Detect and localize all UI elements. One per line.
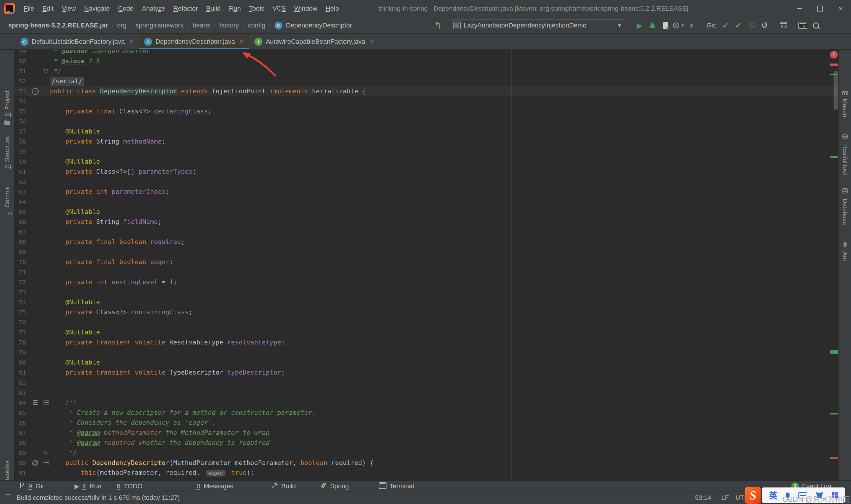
toolwindow-button-commit[interactable]: Commit (0, 186, 14, 210)
rollback-button[interactable]: ↺ (758, 19, 771, 32)
tab-DefaultListableBeanFactory.java[interactable]: CDefaultListableBeanFactory.java× (15, 34, 139, 49)
code-line-61[interactable]: 61 private Class<?>[] parameterTypes; (14, 167, 838, 177)
tab-close-icon[interactable]: × (239, 38, 243, 45)
stop-button[interactable]: ■ (685, 19, 698, 32)
code-line-53[interactable]: 53↓public class DependencyDescriptor ext… (14, 86, 838, 96)
code-line-84[interactable]: 84 /** (14, 398, 838, 408)
code-line-70[interactable]: 70 private final boolean eager; (14, 257, 838, 267)
toolwindow-button-restfultool[interactable]: RestfulTool (839, 133, 851, 175)
history-button[interactable] (745, 19, 758, 32)
toolwindow-button-maven[interactable]: mMaven (839, 88, 851, 117)
run-with-coverage-button[interactable] (659, 19, 672, 32)
code-line-52[interactable]: 52/serial/ (14, 76, 838, 86)
code-line-76[interactable]: 76 (14, 317, 838, 327)
toolwindow-button-spring[interactable]: Spring (320, 481, 349, 491)
code-line-66[interactable]: 66 private String fieldName; (14, 217, 838, 227)
breadcrumb-item[interactable]: org (117, 22, 126, 29)
caret-position-widget[interactable]: 53:14 (695, 492, 711, 504)
menu-window[interactable]: Window (291, 3, 321, 14)
fold-marker-end[interactable] (44, 69, 49, 73)
code-line-55[interactable]: 55 private final Class<?> declaringClass… (14, 106, 838, 116)
code-line-60[interactable]: 60 @Nullable (14, 157, 838, 167)
close-button[interactable]: × (830, 0, 851, 17)
stripe-mark[interactable] (830, 413, 838, 414)
code-line-87[interactable]: 87 * @param methodParameter the MethodPa… (14, 428, 838, 438)
implemented-marker-icon[interactable]: ↓ (32, 88, 39, 95)
menu-help[interactable]: Help (322, 3, 342, 14)
code-line-88[interactable]: 88 * @param required whether the depende… (14, 438, 838, 448)
code-line-82[interactable]: 82 (14, 378, 838, 388)
breadcrumb-item[interactable]: factory (219, 22, 239, 29)
stripe-mark[interactable] (830, 350, 838, 354)
code-line-57[interactable]: 57 @Nullable (14, 126, 838, 137)
menu-tools[interactable]: Tools (246, 3, 268, 14)
code-line-65[interactable]: 65 @Nullable (14, 207, 838, 217)
profiler-button[interactable]: ▼ (672, 19, 685, 32)
toolwindow-button-git[interactable]: 9: Git (18, 481, 44, 491)
fold-marker-end[interactable] (44, 451, 49, 455)
code-line-69[interactable]: 69 (14, 247, 838, 257)
menu-build[interactable]: Build (203, 3, 224, 14)
run-button[interactable]: ▶ (633, 19, 646, 32)
code-line-78[interactable]: 78 private transient volatile Resolvable… (14, 337, 838, 347)
menu-navigate[interactable]: Navigate (81, 3, 113, 14)
toolwindow-button-run[interactable]: ▶4: Run (74, 481, 101, 491)
back-navigate-icon[interactable]: ↰ (431, 19, 445, 32)
shelve-button[interactable] (777, 19, 790, 32)
toolwindow-button-database[interactable]: Database (839, 187, 851, 225)
code-line-50[interactable]: 50 * @since 2.5 (14, 56, 838, 66)
debug-button[interactable] (646, 19, 659, 32)
git-update-button[interactable]: ↙ (719, 19, 732, 32)
stripe-mark[interactable] (830, 457, 838, 459)
menu-refactor[interactable]: Refactor (169, 3, 201, 14)
menu-vcs[interactable]: VCS (269, 3, 289, 14)
line-ending-widget[interactable]: LF (721, 492, 729, 504)
code-line-86[interactable]: 86 * Considers the dependency as 'eager'… (14, 418, 838, 428)
breadcrumb-item[interactable]: beans (193, 22, 211, 29)
minimize-button[interactable] (789, 0, 810, 17)
stripe-mark[interactable] (830, 74, 838, 75)
code-line-68[interactable]: 68 private final boolean required; (14, 237, 838, 247)
code-line-89[interactable]: 89 */ (14, 448, 838, 458)
inspection-error-badge[interactable]: ! (830, 51, 838, 58)
breadcrumb-class[interactable]: DependencyDescriptor (286, 22, 352, 29)
code-line-67[interactable]: 67 (14, 227, 838, 237)
menu-run[interactable]: Run (225, 3, 245, 14)
code-line-75[interactable]: 75 private Class<?> containingClass; (14, 307, 838, 317)
code-line-81[interactable]: 81 private transient volatile TypeDescri… (14, 367, 838, 378)
code-line-58[interactable]: 58 private String methodName; (14, 137, 838, 146)
code-line-91[interactable]: 91 this(methodParameter, required, eager… (14, 468, 838, 478)
toolwindow-button-ant[interactable]: Ant (839, 240, 851, 261)
toolwindow-button-project[interactable]: 1: Project (0, 90, 14, 127)
doc-lines-icon[interactable] (33, 400, 38, 405)
fold-marker-start[interactable] (43, 461, 49, 465)
code-line-51[interactable]: 51 */ (14, 66, 838, 76)
tab-AutowireCapableBeanFactory.java[interactable]: IAutowireCapableBeanFactory.java× (249, 34, 379, 49)
menu-view[interactable]: View (58, 3, 79, 14)
toolwindow-button-structure[interactable]: 7: Structure (0, 137, 14, 172)
breadcrumb-item[interactable]: config (248, 22, 265, 29)
menu-file[interactable]: File (20, 3, 38, 14)
tab-close-icon[interactable]: × (370, 38, 374, 45)
code-line-73[interactable]: 73 (14, 287, 838, 297)
menu-analyze[interactable]: Analyze (138, 3, 168, 14)
code-line-90[interactable]: 90@ public DependencyDescriptor(MethodPa… (14, 458, 838, 468)
code-line-62[interactable]: 62 (14, 177, 838, 187)
code-line-64[interactable]: 64 (14, 197, 838, 207)
ime-language-toggle[interactable]: 英 (769, 489, 777, 501)
tab-DependencyDescriptor.java[interactable]: CDependencyDescriptor.java× (139, 34, 249, 49)
code-line-77[interactable]: 77 @Nullable (14, 327, 838, 337)
code-line-71[interactable]: 71 (14, 267, 838, 277)
breadcrumb-item[interactable]: spring-beans-5.2.2.RELEASE.jar (8, 22, 108, 29)
maximize-button[interactable] (810, 0, 830, 17)
menu-edit[interactable]: Edit (39, 3, 57, 14)
toolwindow-button-build[interactable]: Build (271, 481, 296, 491)
run-configuration-select[interactable]: LazyAnnotationDependencyInjectionDemo ▼ (450, 19, 625, 31)
editor-scrollbar[interactable] (834, 71, 838, 110)
search-everywhere-button[interactable] (809, 19, 822, 32)
run-anything-button[interactable] (796, 19, 809, 32)
toolwindow-button-messages[interactable]: 0: Messages (194, 481, 233, 491)
code-line-79[interactable]: 79 (14, 347, 838, 358)
breadcrumb-item[interactable]: springframework (135, 22, 184, 29)
stripe-mark[interactable] (830, 64, 838, 66)
